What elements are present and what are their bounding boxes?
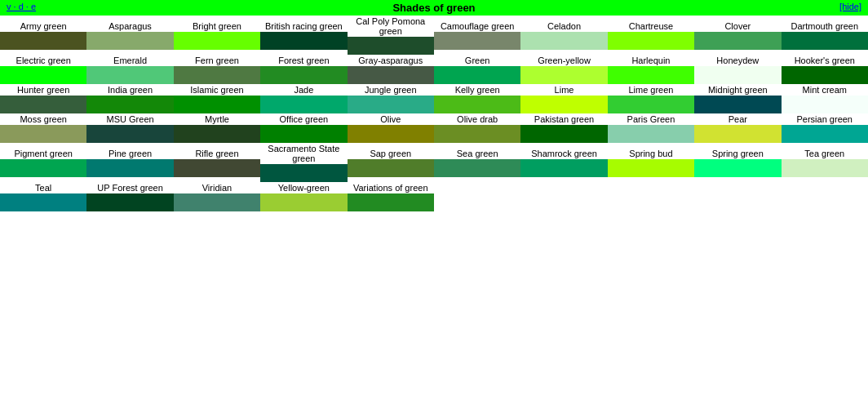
list-item: Tea green	[782, 143, 868, 182]
list-item: Hooker's green	[782, 55, 868, 84]
list-item: Myrtle	[174, 113, 260, 143]
list-item: Olive drab	[434, 113, 520, 143]
list-item: Bright green	[174, 16, 260, 55]
table-row: Hunter green India green Islamic green J…	[0, 84, 868, 113]
list-item: Forest green	[260, 55, 347, 84]
list-item: Islamic green	[174, 84, 260, 113]
list-item: Jade	[260, 84, 347, 113]
list-item: Spring bud	[608, 143, 694, 182]
list-item: Olive	[348, 113, 434, 143]
table-row: Pigment green Pine green Rifle green Sac…	[0, 143, 868, 182]
list-item: Green	[434, 55, 520, 84]
list-item: Moss green	[0, 113, 86, 143]
list-item: Army green	[0, 16, 86, 55]
list-item: Green-yellow	[520, 55, 607, 84]
list-item: MSU Green	[86, 113, 173, 143]
list-item: Honeydew	[694, 55, 781, 84]
table-row: Teal UP Forest green Viridian Yellow-gre…	[0, 182, 868, 211]
list-item: Viridian	[174, 182, 260, 211]
list-item: Cal Poly Pomona green	[348, 16, 434, 55]
page-header: v · d · e Shades of green [hide]	[0, 0, 868, 16]
list-item: Sea green	[434, 143, 520, 182]
list-item: Jungle green	[348, 84, 434, 113]
list-item: Spring green	[694, 143, 781, 182]
list-item: Pakistan green	[520, 113, 607, 143]
list-item: Rifle green	[174, 143, 260, 182]
list-item: Lime	[520, 84, 607, 113]
list-item: Yellow-green	[260, 182, 347, 211]
list-item: Hunter green	[0, 84, 86, 113]
list-item: India green	[86, 84, 173, 113]
list-item: Emerald	[86, 55, 173, 84]
list-item: Pigment green	[0, 143, 86, 182]
list-item: Lime green	[608, 84, 694, 113]
list-item: Harlequin	[608, 55, 694, 84]
list-item: Asparagus	[86, 16, 173, 55]
list-item: Clover	[694, 16, 781, 55]
list-item: Pear	[694, 113, 781, 143]
list-item: Chartreuse	[608, 16, 694, 55]
list-item: Pine green	[86, 143, 173, 182]
list-item: Shamrock green	[520, 143, 607, 182]
list-item: Variations of green	[348, 182, 434, 211]
list-item: Fern green	[174, 55, 260, 84]
list-item: Gray-asparagus	[348, 55, 434, 84]
list-item: Celadon	[520, 16, 607, 55]
list-item: Kelly green	[434, 84, 520, 113]
list-item: Mint cream	[782, 84, 868, 113]
list-item: Dartmouth green	[782, 16, 868, 55]
list-item: Electric green	[0, 55, 86, 84]
vde-link[interactable]: v · d · e	[7, 2, 36, 11]
table-row: Electric green Emerald Fern green Forest…	[0, 55, 868, 84]
list-item: UP Forest green	[86, 182, 173, 211]
list-item: Teal	[0, 182, 86, 211]
list-item: Midnight green	[694, 84, 781, 113]
hide-link[interactable]: [hide]	[839, 2, 861, 11]
list-item: Sap green	[348, 143, 434, 182]
color-table: Army green Asparagus Bright green Britis…	[0, 16, 868, 211]
list-item: British racing green	[260, 16, 347, 55]
list-item: Paris Green	[608, 113, 694, 143]
list-item: Camouflage green	[434, 16, 520, 55]
table-row: Army green Asparagus Bright green Britis…	[0, 16, 868, 55]
list-item: Sacramento State green	[260, 143, 347, 182]
list-item: Persian green	[782, 113, 868, 143]
page-title: Shades of green	[392, 2, 475, 14]
table-row: Moss green MSU Green Myrtle Office green…	[0, 113, 868, 143]
list-item: Office green	[260, 113, 347, 143]
